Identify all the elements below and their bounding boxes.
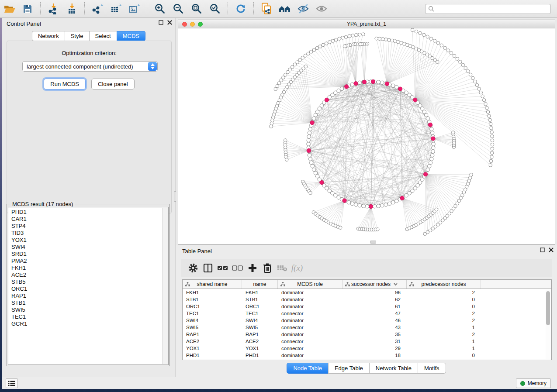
mcds-result-item[interactable]: ORC1: [11, 285, 168, 292]
table-cell[interactable]: dominator: [278, 352, 343, 359]
graph-node[interactable]: [481, 95, 484, 98]
graph-mcds-node[interactable]: [428, 123, 432, 127]
graph-node[interactable]: [343, 45, 346, 48]
graph-node[interactable]: [424, 113, 428, 117]
table-cell[interactable]: 31: [343, 338, 407, 345]
graph-node[interactable]: [415, 30, 418, 33]
window-minimize-icon[interactable]: [190, 22, 195, 27]
graph-node[interactable]: [322, 43, 325, 47]
graph-node[interactable]: [348, 34, 351, 38]
graph-node[interactable]: [419, 31, 422, 35]
graph-node[interactable]: [340, 87, 343, 90]
table-cell[interactable]: 29: [343, 345, 407, 352]
graph-node[interactable]: [435, 208, 438, 211]
mcds-result-list[interactable]: PHD1CAR1STP4TID3YOX1SWI4SRD1PMA2FKH1ACE2…: [8, 207, 169, 365]
graph-node[interactable]: [376, 228, 380, 231]
graph-node[interactable]: [312, 117, 315, 120]
float-panel-icon[interactable]: [159, 20, 163, 25]
graph-node[interactable]: [334, 38, 338, 41]
graph-node[interactable]: [394, 85, 398, 89]
table-cell[interactable]: ACE2: [183, 338, 242, 345]
mcds-result-item[interactable]: RAP1: [11, 292, 168, 299]
graph-node[interactable]: [315, 46, 319, 50]
table-cell[interactable]: PHD1: [242, 352, 278, 359]
table-row[interactable]: FKH1FKH1dominator962: [183, 289, 551, 296]
table-cell[interactable]: FKH1: [183, 289, 242, 296]
table-cell[interactable]: 0: [407, 303, 481, 310]
table-cell[interactable]: YOX1: [183, 345, 242, 352]
tab-select[interactable]: Select: [89, 31, 117, 41]
graph-node[interactable]: [430, 131, 434, 134]
new-network-from-selection-icon[interactable]: [259, 2, 274, 15]
tab-network[interactable]: Network: [32, 31, 65, 41]
graph-node[interactable]: [436, 41, 440, 45]
graph-node[interactable]: [482, 99, 486, 102]
table-cell[interactable]: connector: [278, 345, 343, 352]
table-cell[interactable]: 43: [343, 324, 407, 331]
graph-node[interactable]: [365, 205, 369, 208]
first-neighbors-icon[interactable]: [277, 2, 292, 15]
graph-node[interactable]: [312, 168, 315, 171]
graph-node[interactable]: [276, 84, 279, 88]
optimization-criterion-dropdown[interactable]: largest connected component (undirected): [22, 61, 158, 72]
graph-node[interactable]: [377, 80, 380, 84]
graph-node[interactable]: [381, 203, 384, 207]
export-network-icon[interactable]: [90, 2, 105, 15]
table-row[interactable]: SWI4SWI4dominator462: [183, 317, 551, 324]
table-cell[interactable]: dominator: [278, 331, 343, 338]
table-cell[interactable]: FKH1: [242, 289, 278, 296]
table-cell[interactable]: dominator: [278, 303, 343, 310]
graph-node[interactable]: [378, 37, 381, 41]
mcds-result-item[interactable]: CAR1: [11, 216, 168, 223]
graph-mcds-node[interactable]: [343, 199, 346, 203]
table-cell[interactable]: TEC1: [242, 310, 278, 317]
graph-node[interactable]: [355, 33, 358, 37]
split-panel-icon[interactable]: [201, 262, 214, 274]
open-file-icon[interactable]: [2, 2, 17, 15]
memory-button[interactable]: Memory: [516, 378, 551, 388]
close-table-panel-icon[interactable]: [549, 248, 554, 252]
graph-mcds-node[interactable]: [362, 80, 366, 84]
graph-node[interactable]: [440, 44, 443, 47]
graph-mcds-node[interactable]: [400, 196, 404, 200]
table-cell[interactable]: 1: [407, 324, 481, 331]
graph-node[interactable]: [309, 50, 313, 54]
export-image-icon[interactable]: [127, 2, 142, 15]
graph-node[interactable]: [377, 204, 380, 208]
column-header-successor-nodes[interactable]: successor nodes: [343, 280, 407, 289]
graph-mcds-node[interactable]: [369, 204, 373, 208]
graph-mcds-node[interactable]: [423, 172, 427, 176]
graph-node[interactable]: [446, 49, 450, 52]
graph-node[interactable]: [347, 201, 350, 204]
table-cell[interactable]: ACE2: [242, 338, 278, 345]
graph-node[interactable]: [391, 84, 395, 87]
graph-node[interactable]: [339, 226, 342, 230]
graph-node[interactable]: [470, 173, 473, 176]
mcds-result-item[interactable]: TEC1: [11, 313, 168, 320]
graph-mcds-node[interactable]: [413, 98, 417, 102]
graph-node[interactable]: [307, 135, 311, 138]
graph-node[interactable]: [337, 196, 340, 199]
add-column-icon[interactable]: [246, 262, 259, 274]
column-header-name[interactable]: name: [242, 280, 278, 289]
table-cell[interactable]: SWI4: [183, 317, 242, 324]
graph-node[interactable]: [491, 147, 494, 151]
graph-node[interactable]: [308, 157, 312, 161]
graph-node[interactable]: [341, 36, 345, 40]
tab-node-table[interactable]: Node Table: [287, 363, 329, 374]
table-cell[interactable]: YOX1: [242, 345, 278, 352]
column-header-shared-name[interactable]: shared name: [183, 280, 242, 289]
table-cell[interactable]: 47: [343, 310, 407, 317]
graph-node[interactable]: [489, 163, 492, 167]
graph-node[interactable]: [479, 91, 483, 94]
graph-node[interactable]: [453, 54, 456, 58]
table-cell[interactable]: connector: [278, 338, 343, 345]
mcds-result-item[interactable]: SWI4: [11, 244, 168, 251]
mcds-result-item[interactable]: SRD1: [11, 251, 168, 258]
graph-node[interactable]: [426, 35, 429, 38]
network-window-titlebar[interactable]: YPA_prune.txt_1: [178, 20, 555, 28]
graph-node[interactable]: [443, 46, 447, 50]
graph-node[interactable]: [373, 205, 376, 208]
tab-edge-table[interactable]: Edge Table: [328, 363, 370, 374]
table-cell[interactable]: 2: [407, 289, 481, 296]
